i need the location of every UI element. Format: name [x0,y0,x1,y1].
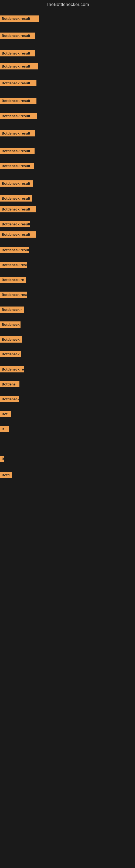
bottleneck-result-item: Bottleneck [0,396,19,402]
bottleneck-result-item: Bottleneck result [0,50,35,56]
bottleneck-result-item: Bottleneck result [0,98,37,104]
bottleneck-result-item: Bottleneck result [0,63,38,69]
bottleneck-result-item: Bottleneck result [0,247,29,253]
bottleneck-result-item: Bottleneck r [0,336,22,343]
bottleneck-result-item: Bottleneck result [0,195,32,202]
bottleneck-result-item: Bottleneck result [0,16,39,22]
bottleneck-result-item: Bottleneck res [0,366,24,372]
bottleneck-result-item: Bot [0,411,11,417]
bottleneck-result-item: Bottleneck result [0,80,37,86]
bottleneck-result-item: Bottleneck result [0,163,34,169]
bottleneck-result-item: B [0,426,9,432]
bottleneck-result-item: Bottleneck result [0,180,33,187]
bottleneck-result-item: Bottleneck result [0,262,27,268]
bottleneck-result-item: Bottleneck [0,351,21,357]
bottleneck-result-item: Bottleneck re [0,277,26,283]
bottleneck-result-item: Bottleneck result [0,291,27,298]
bottleneck-result-item: Bottleneck result [0,33,35,39]
bottleneck-result-item: Bottleneck result [0,206,36,212]
bottleneck-result-item: Bottleneck result [0,221,30,227]
bottleneck-result-item: Bottleneck result [0,231,36,238]
bottleneck-result-item: Bottlens [0,381,19,388]
bottleneck-result-item: Bottl [0,472,12,478]
bottleneck-result-item: Bottleneck [0,321,20,328]
bottleneck-result-item: Bottleneck result [0,130,35,136]
bottleneck-result-item: Bottleneck result [0,113,37,119]
site-title: TheBottlenecker.com [0,0,135,8]
bottleneck-result-item: Bottleneck r [0,307,24,313]
bottleneck-result-item: Bottleneck result [0,148,35,154]
bottleneck-result-item: B [0,456,4,462]
